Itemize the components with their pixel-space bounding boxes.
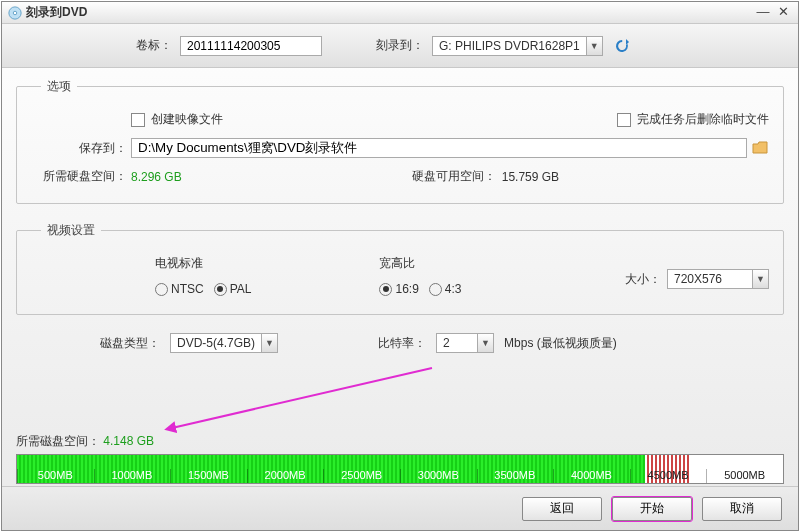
options-legend: 选项 (41, 78, 77, 95)
svg-point-1 (13, 11, 17, 15)
close-button[interactable]: ✕ (774, 6, 792, 20)
volume-label: 卷标： (122, 37, 172, 54)
bitrate-unit: Mbps (最低视频质量) (504, 335, 617, 352)
tick: 4000MB (553, 469, 630, 483)
start-button[interactable]: 开始 (612, 497, 692, 521)
chevron-down-icon[interactable]: ▼ (477, 334, 493, 352)
avail-disk-label: 硬盘可用空间： (412, 168, 496, 185)
top-row: 卷标： 刻录到： G: PHILIPS DVDR1628P1 ▼ (2, 24, 798, 68)
size-dropdown[interactable]: 720X576 ▼ (667, 269, 769, 289)
svg-line-2 (172, 368, 432, 428)
video-settings-legend: 视频设置 (41, 222, 101, 239)
disc-type-label: 磁盘类型： (100, 335, 160, 352)
aspect-43-radio[interactable]: 4:3 (429, 282, 462, 296)
tick: 2000MB (247, 469, 324, 483)
footer: 返回 开始 取消 (2, 486, 798, 530)
disc-scale: 500MB 1000MB 1500MB 2000MB 2500MB 3000MB… (17, 469, 783, 483)
tick: 500MB (17, 469, 94, 483)
options-fieldset: 选项 创建映像文件 完成任务后删除临时文件 保存到： (16, 78, 784, 204)
tick: 5000MB (706, 469, 783, 483)
titlebar: 刻录到DVD — ✕ (2, 2, 798, 24)
chevron-down-icon[interactable]: ▼ (752, 270, 768, 288)
back-button[interactable]: 返回 (522, 497, 602, 521)
tick: 4500MB (630, 469, 707, 483)
size-label: 大小： (625, 271, 661, 288)
burn-to-value: G: PHILIPS DVDR1628P1 (433, 39, 586, 53)
chevron-down-icon[interactable]: ▼ (586, 37, 602, 55)
disc-bitrate-row: 磁盘类型： DVD-5(4.7GB) ▼ 比特率： 2 ▼ Mbps (最低视频… (16, 333, 784, 353)
video-settings-fieldset: 视频设置 电视标准 NTSC PAL 宽高比 16:9 4:3 (16, 222, 784, 315)
burn-to-dropdown[interactable]: G: PHILIPS DVDR1628P1 ▼ (432, 36, 603, 56)
delete-temp-checkbox[interactable] (617, 113, 631, 127)
req-disk-value: 8.296 GB (131, 170, 182, 184)
disc-icon (8, 6, 22, 20)
disc-space-label: 所需磁盘空间： (16, 434, 100, 448)
burn-to-label: 刻录到： (364, 37, 424, 54)
cancel-button[interactable]: 取消 (702, 497, 782, 521)
window-title: 刻录到DVD (26, 4, 752, 21)
disc-type-value: DVD-5(4.7GB) (171, 336, 261, 350)
ntsc-radio[interactable]: NTSC (155, 282, 204, 296)
aspect-169-radio[interactable]: 16:9 (379, 282, 418, 296)
create-image-label: 创建映像文件 (151, 111, 223, 128)
aspect-label: 宽高比 (379, 255, 461, 272)
disc-space-bar: 500MB 1000MB 1500MB 2000MB 2500MB 3000MB… (16, 454, 784, 484)
folder-icon[interactable] (751, 139, 769, 157)
bitrate-dropdown[interactable]: 2 ▼ (436, 333, 494, 353)
volume-input[interactable] (180, 36, 322, 56)
minimize-button[interactable]: — (754, 6, 772, 20)
save-to-input[interactable] (131, 138, 747, 158)
tick: 1500MB (170, 469, 247, 483)
bitrate-value: 2 (437, 336, 477, 350)
req-disk-label: 所需硬盘空间： (31, 168, 131, 185)
tick: 1000MB (94, 469, 171, 483)
size-value: 720X576 (668, 272, 752, 286)
tick: 2500MB (323, 469, 400, 483)
disc-space-section: 所需磁盘空间： 4.148 GB 500MB 1000MB 1500MB 200… (16, 433, 784, 484)
tv-standard-label: 电视标准 (155, 255, 251, 272)
avail-disk-value: 15.759 GB (502, 170, 559, 184)
disc-space-value: 4.148 GB (103, 434, 154, 448)
pal-radio[interactable]: PAL (214, 282, 252, 296)
refresh-icon[interactable] (611, 35, 633, 57)
tick: 3000MB (400, 469, 477, 483)
bitrate-label: 比特率： (378, 335, 426, 352)
annotation-arrow-icon (162, 366, 442, 436)
disc-type-dropdown[interactable]: DVD-5(4.7GB) ▼ (170, 333, 278, 353)
tick: 3500MB (477, 469, 554, 483)
create-image-checkbox[interactable] (131, 113, 145, 127)
delete-temp-label: 完成任务后删除临时文件 (637, 111, 769, 128)
save-to-label: 保存到： (31, 140, 131, 157)
chevron-down-icon[interactable]: ▼ (261, 334, 277, 352)
